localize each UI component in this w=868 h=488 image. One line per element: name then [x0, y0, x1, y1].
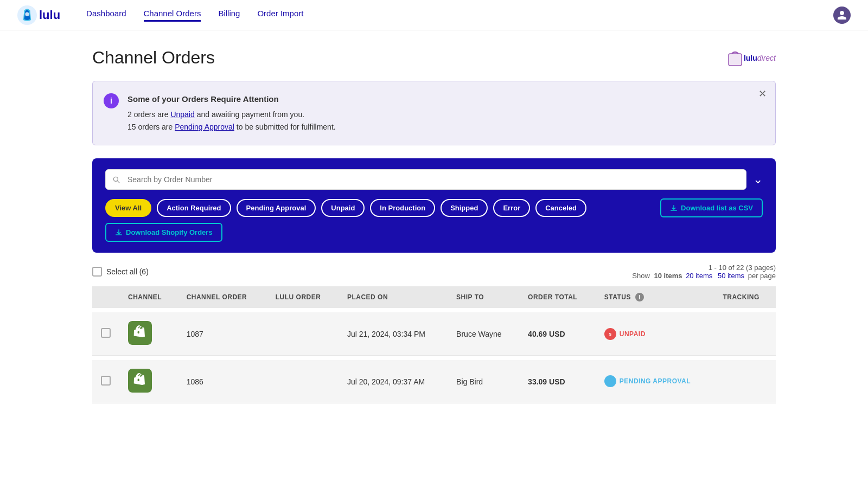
table-row: 1087 Jul 21, 2024, 03:34 PM Bruce Wayne … [92, 312, 776, 356]
row-channel-order: 1086 [178, 360, 267, 403]
user-avatar[interactable] [833, 7, 851, 24]
show-50-items[interactable]: 50 items [718, 272, 744, 280]
row-checkbox[interactable] [101, 328, 111, 338]
logo[interactable]: lulu [17, 5, 60, 25]
col-status: STATUS i [596, 286, 714, 308]
pagination-info: 1 - 10 of 22 (3 pages) Show 10 items 20 … [632, 264, 776, 280]
col-placed-on: PLACED ON [339, 286, 448, 308]
unpaid-status-icon: $ [604, 328, 616, 340]
row-channel-order: 1087 [178, 312, 267, 356]
shopify-logo [128, 321, 152, 345]
svg-point-8 [606, 377, 614, 386]
row-lulu-order [267, 360, 339, 403]
nav-channel-orders[interactable]: Channel Orders [144, 9, 201, 22]
filter-pills: View All Action Required Pending Approva… [105, 198, 763, 242]
search-input-wrap [105, 169, 746, 190]
page-header: Channel Orders luludirect [92, 48, 776, 68]
row-status: PENDING APPROVAL [596, 360, 714, 403]
select-all-container: Select all (6) [92, 267, 149, 277]
shopify-logo [128, 369, 152, 393]
pending-approval-link[interactable]: Pending Approval [175, 123, 234, 131]
dollar-icon: $ [607, 330, 614, 338]
row-ship-to: Bruce Wayne [448, 312, 519, 356]
row-lulu-order [267, 312, 339, 356]
show-20-items[interactable]: 20 items [686, 272, 712, 280]
col-channel: CHANNEL [119, 286, 178, 308]
items-current: 10 items [654, 272, 682, 280]
status-info-icon[interactable]: i [635, 293, 644, 301]
filter-in-production[interactable]: In Production [370, 199, 435, 217]
row-tracking [714, 312, 776, 356]
col-channel-order: CHANNEL ORDER [178, 286, 267, 308]
alert-text: Some of your Orders Require Attention 2 … [127, 92, 336, 134]
select-all-checkbox[interactable] [92, 267, 102, 277]
row-checkbox[interactable] [101, 376, 111, 386]
row-order-total: 33.09 USD [519, 360, 596, 403]
search-row: ⌄ [105, 169, 763, 190]
row-channel [119, 360, 178, 403]
chevron-down-icon: ⌄ [753, 172, 763, 186]
lulu-direct-bag-icon [727, 49, 743, 67]
main-content: Channel Orders luludirect ✕ i Some of yo… [71, 30, 797, 421]
logo-text: lulu [39, 8, 60, 22]
nav-links: Dashboard Channel Orders Billing Order I… [86, 9, 833, 22]
row-placed-on: Jul 20, 2024, 09:37 AM [339, 360, 448, 403]
row-placed-on: Jul 21, 2024, 03:34 PM [339, 312, 448, 356]
status-badge-unpaid: $ UNPAID [604, 328, 646, 340]
lulu-direct-lulu-text: luludirect [744, 54, 776, 62]
items-per-page: Show 10 items 20 items 50 items per page [632, 272, 776, 280]
download-csv-icon [670, 204, 678, 212]
alert-info-icon: i [104, 93, 119, 108]
col-tracking: TRACKING [714, 286, 776, 308]
alert-line2: 15 orders are Pending Approval to be sub… [127, 121, 336, 134]
row-tracking [714, 360, 776, 403]
filter-canceled[interactable]: Canceled [535, 199, 586, 217]
alert-title: Some of your Orders Require Attention [127, 92, 336, 106]
lulu-logo-icon [17, 5, 37, 25]
filter-unpaid[interactable]: Unpaid [321, 199, 365, 217]
svg-point-1 [25, 12, 29, 16]
filter-error[interactable]: Error [493, 199, 530, 217]
pending-icon [605, 376, 615, 386]
spacer [92, 308, 776, 312]
col-lulu-order: LULU ORDER [267, 286, 339, 308]
row-order-total: 40.69 USD [519, 312, 596, 356]
row-status: $ UNPAID [596, 312, 714, 356]
filter-bar: ⌄ View All Action Required Pending Appro… [92, 158, 776, 253]
alert-banner: ✕ i Some of your Orders Require Attentio… [92, 81, 776, 145]
navbar: lulu Dashboard Channel Orders Billing Or… [0, 0, 868, 30]
filter-pending-approval[interactable]: Pending Approval [237, 199, 316, 217]
download-shopify-button[interactable]: Download Shopify Orders [105, 223, 222, 242]
lulu-direct-logo: luludirect [727, 49, 776, 67]
table-controls: Select all (6) 1 - 10 of 22 (3 pages) Sh… [92, 264, 776, 280]
nav-billing[interactable]: Billing [218, 9, 240, 22]
unpaid-link[interactable]: Unpaid [170, 110, 194, 119]
download-shopify-icon [115, 229, 123, 236]
nav-order-import[interactable]: Order Import [257, 9, 303, 22]
col-order-total: ORDER TOTAL [519, 286, 596, 308]
search-input[interactable] [105, 169, 746, 190]
filter-shipped[interactable]: Shipped [441, 199, 488, 217]
user-icon [837, 10, 847, 21]
col-ship-to: SHIP TO [448, 286, 519, 308]
orders-table: CHANNEL CHANNEL ORDER LULU ORDER PLACED … [92, 286, 776, 403]
table-header-row: CHANNEL CHANNEL ORDER LULU ORDER PLACED … [92, 286, 776, 308]
pagination-range: 1 - 10 of 22 (3 pages) [632, 264, 776, 272]
alert-close-button[interactable]: ✕ [758, 88, 767, 100]
nav-dashboard[interactable]: Dashboard [86, 9, 126, 22]
alert-line1: 2 orders are Unpaid and awaiting payment… [127, 108, 336, 121]
download-csv-button[interactable]: Download list as CSV [660, 198, 763, 217]
svg-text:$: $ [609, 332, 611, 337]
user-menu[interactable] [833, 7, 851, 24]
col-checkbox [92, 286, 119, 308]
expand-filters-button[interactable]: ⌄ [753, 172, 763, 187]
filter-action-required[interactable]: Action Required [157, 199, 231, 217]
row-ship-to: Big Bird [448, 360, 519, 403]
spacer [92, 356, 776, 360]
filter-view-all[interactable]: View All [105, 199, 151, 217]
status-badge-pending: PENDING APPROVAL [604, 375, 691, 387]
svg-rect-2 [729, 54, 742, 66]
row-checkbox-cell [92, 360, 119, 403]
alert-content: i Some of your Orders Require Attention … [104, 92, 749, 134]
select-all-label: Select all (6) [106, 267, 149, 276]
